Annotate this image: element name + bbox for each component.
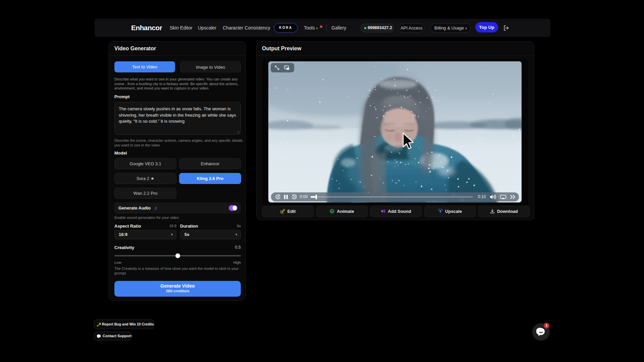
svg-text:15: 15: [277, 196, 279, 198]
svg-text:15: 15: [293, 196, 296, 198]
